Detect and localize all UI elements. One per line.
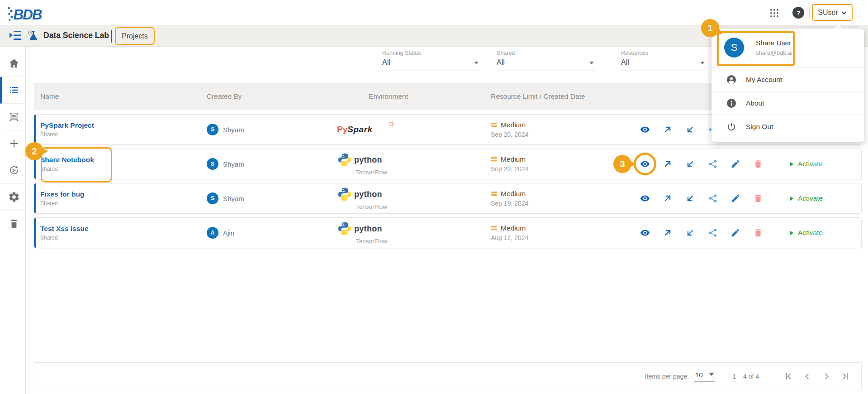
callout-3-badge: 3	[613, 155, 631, 173]
view-icon[interactable]	[640, 228, 650, 238]
table-row: Test Xss issue Shared A Ajin python Tens…	[34, 217, 862, 248]
filter-value: All	[497, 58, 595, 71]
home-icon	[8, 58, 20, 69]
shared-badge: Shared	[40, 200, 203, 207]
svg-text:BDB: BDB	[14, 7, 42, 23]
user-button-label: SUser	[818, 9, 838, 17]
user-avatar: S	[724, 38, 744, 58]
sidebar-item-add[interactable]	[0, 130, 26, 157]
pyspark-logo: PySpark☆	[337, 125, 391, 135]
python-logo: python	[337, 221, 488, 236]
trash-icon	[8, 218, 20, 230]
left-sidebar	[0, 47, 26, 394]
python-logo: python	[337, 187, 488, 202]
title-divider	[111, 30, 112, 43]
data-science-lab-icon	[26, 29, 40, 43]
sidebar-item-projects-list[interactable]	[0, 77, 26, 104]
breadcrumb-projects[interactable]: Projects	[115, 27, 155, 45]
creator-avatar: S	[207, 158, 218, 170]
created-date: Aug 12, 2024	[491, 234, 633, 241]
delete-icon[interactable]	[753, 159, 763, 169]
filter-shared[interactable]: Shared All	[497, 50, 595, 76]
medium-resource-icon	[491, 226, 498, 231]
last-page-icon[interactable]	[840, 370, 851, 382]
apps-grid-icon[interactable]	[769, 8, 780, 19]
user-dropdown-menu: S Share User share@bdb.ai My Account Abo…	[711, 29, 864, 142]
topbar-divider	[809, 7, 810, 18]
project-name-link[interactable]: Test Xss issue	[40, 225, 89, 233]
view-icon[interactable]	[640, 193, 650, 203]
previous-page-icon[interactable]	[802, 370, 813, 382]
view-icon[interactable]	[640, 125, 650, 135]
delete-icon[interactable]	[753, 228, 763, 238]
activate-button[interactable]: Activate	[787, 160, 823, 168]
edit-icon[interactable]	[730, 193, 740, 203]
menu-item-about[interactable]: About	[711, 91, 864, 115]
shared-badge: Shared	[40, 235, 203, 241]
creator-name: Shyam	[223, 195, 244, 202]
edit-icon[interactable]	[730, 159, 740, 169]
sidebar-item-trash[interactable]	[0, 211, 26, 237]
first-page-icon[interactable]	[783, 370, 794, 382]
items-per-page-select[interactable]: 10	[694, 371, 715, 382]
resource-limit: Medium	[501, 224, 526, 232]
sidebar-item-settings[interactable]	[0, 184, 26, 211]
gear-icon	[8, 191, 20, 203]
menu-item-sign-out[interactable]: Sign Out	[711, 115, 864, 138]
project-name-link[interactable]: PySpark Project	[40, 121, 94, 130]
sidebar-toggle-icon[interactable]	[9, 30, 22, 42]
top-bar: BDB ? SUser	[0, 0, 868, 25]
share-icon[interactable]	[708, 159, 718, 169]
share-icon[interactable]	[708, 193, 718, 203]
sidebar-item-repo-sync[interactable]	[0, 157, 26, 184]
creator-name: Shyam	[223, 126, 244, 134]
filter-running-status[interactable]: Running Status All	[382, 50, 479, 76]
open-project-icon[interactable]	[663, 159, 673, 169]
minimize-icon[interactable]	[685, 159, 695, 169]
creator-name: Shyam	[223, 160, 244, 168]
list-icon	[8, 84, 20, 96]
minimize-icon[interactable]	[685, 193, 695, 203]
dropdown-arrow-icon	[709, 373, 714, 376]
dropdown-arrow-icon	[474, 62, 479, 64]
created-date: Sep 19, 2024	[491, 200, 633, 207]
creator-avatar: S	[207, 192, 218, 204]
open-project-icon[interactable]	[663, 125, 673, 135]
medium-resource-icon	[491, 157, 498, 162]
column-header-created-by: Created By	[203, 92, 337, 101]
activate-button[interactable]: Activate	[787, 194, 823, 202]
dropdown-arrow-icon	[700, 62, 705, 64]
sidebar-item-home[interactable]	[0, 50, 26, 77]
open-project-icon[interactable]	[663, 193, 673, 203]
next-page-icon[interactable]	[821, 370, 832, 382]
user-account-button[interactable]: SUser	[812, 4, 853, 21]
page-range: 1 – 4 of 4	[733, 373, 759, 380]
view-icon[interactable]	[640, 159, 650, 169]
plus-icon	[8, 138, 20, 149]
pipeline-icon	[8, 111, 20, 123]
power-icon	[726, 121, 737, 132]
project-name-link[interactable]: Fixes for bug	[40, 190, 84, 198]
tensorflow-label: TensorFlow	[356, 238, 488, 245]
delete-icon[interactable]	[753, 193, 763, 203]
tensorflow-label: TensorFlow	[356, 169, 488, 176]
edit-icon[interactable]	[730, 228, 740, 238]
share-icon[interactable]	[708, 228, 718, 238]
menu-item-my-account[interactable]: My Account	[711, 67, 864, 91]
open-project-icon[interactable]	[663, 228, 673, 238]
minimize-icon[interactable]	[685, 125, 695, 135]
play-icon	[787, 160, 795, 168]
project-name-link[interactable]: Share Notebook	[40, 156, 94, 164]
activate-button[interactable]: Activate	[787, 229, 823, 237]
filter-label: Running Status	[382, 50, 479, 56]
table-row: Fixes for bug Shared S Shyam python Tens…	[34, 183, 862, 214]
sidebar-item-pipeline[interactable]	[0, 104, 26, 130]
minimize-icon[interactable]	[685, 228, 695, 238]
table-row: Share Notebook Shared S Shyam python Ten…	[34, 149, 862, 179]
creator-name: Ajin	[223, 229, 234, 237]
play-icon	[787, 229, 795, 237]
filter-resources[interactable]: Resources All	[621, 50, 706, 76]
help-icon[interactable]: ?	[792, 7, 804, 19]
filter-value: All	[621, 58, 706, 71]
data-science-lab-projects-page: BDB ? SUser	[0, 0, 868, 394]
